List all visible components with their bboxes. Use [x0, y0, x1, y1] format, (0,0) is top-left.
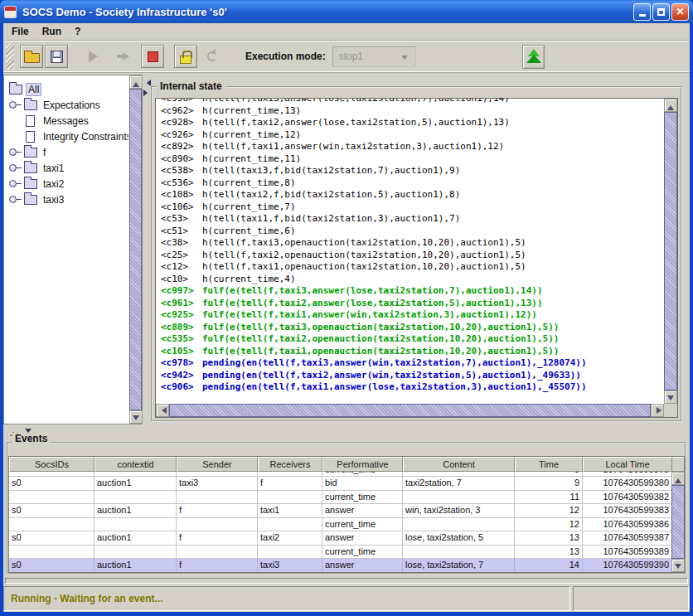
tree-item-label: taxi3: [41, 194, 65, 206]
column-header-sender[interactable]: Sender: [177, 457, 258, 472]
close-icon: ✕: [676, 7, 684, 17]
event-row-5[interactable]: s0auction1ftaxi2answerlose, taxi2station…: [9, 531, 671, 546]
event-row-2[interactable]: current_time111076430599382: [9, 491, 671, 505]
scrollbar-thumb[interactable]: [671, 485, 685, 559]
expand-handle-icon[interactable]: [9, 180, 17, 187]
save-button[interactable]: [45, 45, 68, 68]
state-line: <c51>h(current_time,6): [161, 226, 664, 238]
internal-state-hscrollbar[interactable]: [156, 404, 664, 417]
tree-item-label: Integrity Constraints: [41, 131, 128, 143]
event-row-7[interactable]: s0auction1ftaxi3answerlose, taxi2station…: [9, 559, 671, 572]
column-header-contextid[interactable]: contextid: [94, 457, 177, 472]
scroll-up-button[interactable]: [129, 75, 143, 89]
scrollbar-thumb[interactable]: [664, 112, 677, 390]
scrollbar-thumb[interactable]: [129, 89, 142, 410]
column-header-socsids[interactable]: SocsIDs: [9, 457, 94, 472]
horizontal-splitter[interactable]: [3, 424, 690, 433]
expand-handle-icon[interactable]: [9, 164, 17, 172]
stop-button[interactable]: [141, 45, 164, 68]
event-cell: taxi1: [258, 504, 322, 518]
event-cell: [403, 518, 515, 532]
state-line: <c53>h(tell(taxi1,f,bid(taxi2station,3),…: [161, 213, 664, 226]
state-line: <c928>h(tell(f,taxi2,answer(lose,taxi2st…: [161, 117, 664, 129]
tree-item-expectations[interactable]: Expectations: [5, 97, 128, 113]
event-cell: answer: [322, 504, 403, 518]
state-line: <c892>h(tell(f,taxi1,answer(win,taxi2sta…: [161, 141, 664, 153]
scrollbar-thumb[interactable]: [169, 404, 651, 417]
column-header-performative[interactable]: Performative: [322, 457, 403, 472]
event-cell: auction1: [94, 531, 177, 546]
arrow-left-icon: [158, 407, 167, 414]
menu-run[interactable]: Run: [42, 26, 61, 37]
scroll-up-button[interactable]: [664, 99, 677, 112]
tree-icon: [526, 49, 541, 65]
open-icon: [24, 53, 40, 63]
state-line: <c536>h(current_time,8): [161, 177, 664, 190]
event-cell: bid: [322, 477, 403, 491]
tree-item-integrity-constraints[interactable]: Integrity Constraints: [5, 129, 128, 144]
state-line: <c108>h(tell(taxi2,f,bid(taxi2station,5)…: [161, 189, 664, 201]
event-cell: auction1: [94, 504, 177, 518]
minimize-button[interactable]: [633, 3, 651, 21]
column-header-local-time[interactable]: Local Time: [583, 457, 672, 472]
society-tree-button[interactable]: [522, 45, 545, 69]
event-cell: answer: [322, 559, 403, 572]
scroll-down-button[interactable]: [129, 410, 143, 424]
tree-item-messages[interactable]: Messages: [5, 113, 128, 129]
event-cell: 13: [515, 546, 583, 560]
event-row-3[interactable]: s0auction1ftaxi1answerwin, taxi2station,…: [9, 504, 671, 518]
expand-handle-icon[interactable]: [9, 148, 17, 156]
event-cell: [177, 491, 258, 505]
menu-item[interactable]: ?: [75, 26, 80, 37]
tree-item-f[interactable]: f: [5, 144, 128, 160]
status-message: Running - Waiting for an event...: [4, 593, 163, 604]
scroll-up-button[interactable]: [671, 472, 685, 485]
title-bar[interactable]: SOCS Demo - Society Infrastructure 's0' …: [0, 0, 693, 23]
event-cell: f: [258, 477, 322, 491]
menu-file[interactable]: File: [12, 26, 29, 37]
tree-list: AllExpectationsMessagesIntegrity Constra…: [5, 81, 128, 423]
folder-icon: [9, 85, 22, 95]
expand-handle-icon[interactable]: [9, 196, 17, 203]
column-header-time[interactable]: Time: [515, 457, 583, 472]
scroll-right-button[interactable]: [651, 404, 664, 417]
separator-strip: [5, 578, 688, 584]
tree-scrollbar[interactable]: [129, 75, 142, 424]
close-button[interactable]: ✕: [671, 3, 689, 21]
lock-button[interactable]: [174, 45, 197, 68]
event-cell: 12: [515, 504, 583, 518]
tree-item-taxi2[interactable]: taxi2: [5, 176, 128, 192]
column-header-receivers[interactable]: Receivers: [258, 457, 322, 472]
event-cell: f: [177, 531, 258, 546]
column-header-content[interactable]: Content: [403, 457, 515, 472]
state-line: <c962>h(current_time,13): [161, 105, 664, 118]
internal-state-vscrollbar[interactable]: [664, 99, 677, 404]
state-line: <c38>h(tell(f,taxi3,openauction(taxi2sta…: [161, 237, 664, 250]
maximize-button[interactable]: [652, 3, 670, 21]
event-cell: s0: [9, 531, 94, 546]
expand-handle-icon[interactable]: [9, 101, 17, 109]
tree-item-label: taxi2: [41, 178, 65, 190]
execution-mode-label: Execution mode:: [245, 51, 326, 62]
folder-icon: [24, 100, 37, 110]
scroll-left-button[interactable]: [156, 404, 169, 417]
scroll-down-button[interactable]: [664, 390, 677, 404]
open-button[interactable]: [20, 45, 43, 68]
events-scrollbar[interactable]: [671, 472, 685, 572]
internal-state-textarea[interactable]: <c996>h(tell(f,taxi3,answer(lose,taxi2st…: [156, 99, 664, 404]
event-cell: [177, 518, 258, 532]
toolbar-drag-handle[interactable]: [6, 43, 14, 70]
event-cell: [9, 491, 94, 505]
event-row-6[interactable]: current_time131076430599389: [9, 546, 671, 560]
tree-item-taxi1[interactable]: taxi1: [5, 160, 128, 176]
tree-item-all[interactable]: All: [5, 81, 128, 97]
tree-item-taxi3[interactable]: taxi3: [5, 192, 128, 207]
scroll-down-button[interactable]: [671, 559, 685, 572]
event-cell: [9, 546, 94, 560]
event-row-4[interactable]: current_time121076430599386: [9, 518, 671, 532]
state-line: <c12>h(tell(f,taxi1,openauction(taxi2sta…: [161, 261, 664, 274]
event-cell: s0: [9, 559, 94, 572]
toolbar: Execution mode: stop1: [3, 40, 690, 73]
event-row-1[interactable]: s0auction1taxi3fbidtaxi2station, 7910764…: [9, 477, 671, 491]
play-icon: [89, 51, 98, 62]
